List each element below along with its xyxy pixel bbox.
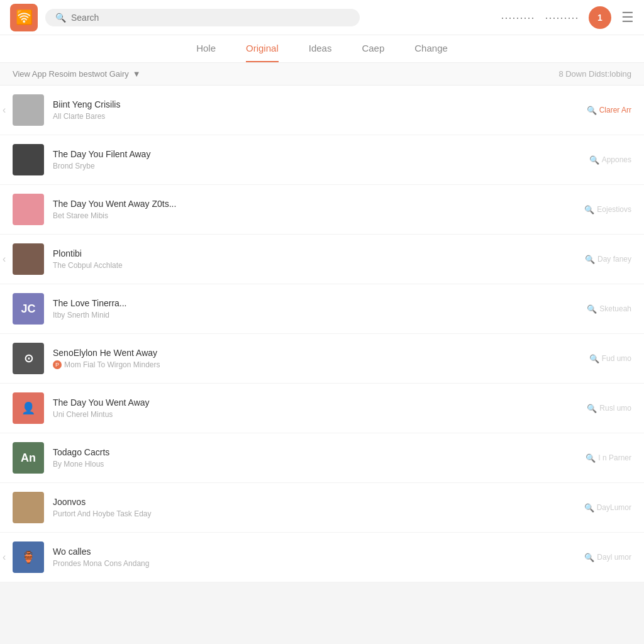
header: 🛜 🔍 ⋯⋯⋯ ⋯⋯⋯ 1 ☰ (0, 0, 644, 35)
search-bar[interactable]: 🔍 (45, 9, 360, 26)
item-subtitle-text: The Cobpul Acchlate (53, 261, 123, 270)
filter-left[interactable]: View App Resoim bestwot Gairy ▼ (13, 69, 141, 79)
item-action-icon: 🔍 (589, 155, 599, 165)
item-info: The Day You Went Away Z0ts...Bet Staree … (53, 199, 584, 220)
item-info: Todago CacrtsBy Mone Hlous (53, 447, 586, 469)
item-action-icon: 🔍 (586, 453, 596, 463)
nav-tab-ideas[interactable]: Ideas (309, 43, 332, 62)
item-subtitle-text: All Clarte Bares (53, 112, 105, 121)
item-thumbnail: ⊙ (13, 343, 44, 374)
item-action-icon: 🔍 (584, 553, 594, 562)
item-subtitle-text: Purtort And Hoybe Task Eday (53, 509, 152, 518)
item-action-text: Eojestiovs (597, 205, 631, 214)
nav-tabs: HoleOriginalIdeasCaepChange (0, 35, 644, 63)
left-nav-icon[interactable]: ‹ (3, 552, 6, 563)
search-icon: 🔍 (55, 13, 66, 23)
item-info: The Day You Filent AwayBrond Srybe (53, 149, 589, 170)
item-action-text: Day faney (597, 255, 631, 264)
list-item[interactable]: JCThe Love Tinerra...Itby Snerth Minid🔍S… (0, 284, 644, 334)
list-item[interactable]: ⊙SenoElylon He Went AwayPMom Fial To Wir… (0, 334, 644, 384)
item-thumbnail: 🏺 (13, 541, 44, 573)
item-title: Wo calles (53, 547, 584, 557)
item-info: The Love Tinerra...Itby Snerth Minid (53, 298, 587, 319)
notification-count: 1 (597, 13, 602, 23)
search-input[interactable] (71, 13, 350, 23)
item-subtitle: Bet Staree Mibis (53, 211, 584, 220)
item-action-icon: 🔍 (585, 255, 595, 264)
item-action[interactable]: 🔍Dayl umor (584, 553, 631, 562)
item-subtitle-text: Mom Fial To Wirgon Minders (64, 360, 160, 369)
nav-tab-hole[interactable]: Hole (196, 43, 216, 62)
item-subtitle-text: Uni Cherel Mintus (53, 410, 113, 419)
nav-tab-caep[interactable]: Caep (362, 43, 384, 62)
item-subtitle: By Mone Hlous (53, 460, 586, 469)
item-action-icon: 🔍 (584, 205, 594, 214)
header-actions: ⋯⋯⋯ ⋯⋯⋯ 1 ☰ (501, 6, 634, 29)
item-subtitle-text: Bet Staree Mibis (53, 211, 108, 220)
list-item[interactable]: AnTodago CacrtsBy Mone Hlous🔍I n Parner (0, 433, 644, 483)
item-thumbnail (13, 243, 44, 275)
list-item[interactable]: ‹Biint Yeng CrisilisAll Clarte Bares🔍Cla… (0, 86, 644, 135)
item-title: Joonvos (53, 497, 584, 507)
item-action[interactable]: 🔍Fud umo (589, 354, 631, 364)
item-action[interactable]: 🔍Clarer Arr (587, 106, 631, 115)
item-thumbnail (13, 492, 44, 523)
item-action[interactable]: 🔍Eojestiovs (584, 205, 631, 214)
list-item[interactable]: ‹PlontibiThe Cobpul Acchlate🔍Day faney (0, 235, 644, 284)
item-info: Wo callesProndes Mona Cons Andang (53, 547, 584, 568)
list-item[interactable]: 👤The Day You Went AwayUni Cherel Mintus🔍… (0, 384, 644, 433)
item-subtitle: PMom Fial To Wirgon Minders (53, 360, 589, 369)
item-title: The Day You Filent Away (53, 149, 589, 159)
item-action-text: I n Parner (598, 453, 631, 462)
item-action-text: Sketueah (599, 304, 631, 313)
item-action-text: Dayl umor (597, 553, 631, 562)
item-action-icon: 🔍 (587, 404, 597, 413)
filter-bar: View App Resoim bestwot Gairy ▼ 8 Down D… (0, 63, 644, 86)
left-nav-icon[interactable]: ‹ (3, 253, 6, 265)
item-action[interactable]: 🔍DayLumor (584, 503, 631, 513)
grid-icon-2[interactable]: ⋯⋯⋯ (545, 11, 579, 25)
list-item[interactable]: ‹🏺Wo callesProndes Mona Cons Andang🔍Dayl… (0, 533, 644, 582)
item-action[interactable]: 🔍I n Parner (586, 453, 631, 463)
wifi-icon: 🛜 (16, 9, 33, 26)
grid-icon-1[interactable]: ⋯⋯⋯ (501, 11, 535, 25)
item-subtitle: Itby Snerth Minid (53, 311, 587, 319)
item-action-icon: 🔍 (587, 106, 597, 115)
item-action[interactable]: 🔍Sketueah (587, 304, 631, 314)
item-thumbnail: An (13, 442, 44, 474)
item-action-text: DayLumor (597, 503, 631, 512)
item-action[interactable]: 🔍Day faney (585, 255, 631, 264)
list-item[interactable]: The Day You Filent AwayBrond Srybe🔍Appon… (0, 135, 644, 185)
list-item[interactable]: The Day You Went Away Z0ts...Bet Staree … (0, 185, 644, 235)
subtitle-badge-icon: P (53, 360, 62, 369)
item-title: Plontibi (53, 248, 585, 258)
filter-chevron-icon: ▼ (133, 69, 141, 79)
item-action-text: Clarer Arr (599, 106, 631, 114)
item-thumbnail (13, 194, 44, 225)
notification-button[interactable]: 1 (589, 6, 611, 29)
profile-icon[interactable]: ☰ (621, 9, 634, 26)
item-thumbnail: 👤 (13, 392, 44, 424)
item-action-icon: 🔍 (584, 503, 594, 513)
nav-tab-original[interactable]: Original (246, 43, 279, 62)
item-info: SenoElylon He Went AwayPMom Fial To Wirg… (53, 348, 589, 369)
item-thumbnail (13, 144, 44, 175)
nav-tab-change[interactable]: Change (414, 43, 448, 62)
list-container: ‹Biint Yeng CrisilisAll Clarte Bares🔍Cla… (0, 86, 644, 582)
list-item[interactable]: JoonvosPurtort And Hoybe Task Eday🔍DayLu… (0, 483, 644, 533)
left-nav-icon[interactable]: ‹ (3, 104, 6, 116)
item-action[interactable]: 🔍Rusl umo (587, 404, 631, 413)
logo: 🛜 (10, 4, 38, 31)
item-subtitle: Uni Cherel Mintus (53, 410, 587, 419)
item-action[interactable]: 🔍Appones (589, 155, 631, 165)
item-thumbnail (13, 94, 44, 126)
item-info: JoonvosPurtort And Hoybe Task Eday (53, 497, 584, 518)
item-title: Biint Yeng Crisilis (53, 99, 587, 109)
item-title: The Day You Went Away Z0ts... (53, 199, 584, 209)
item-action-icon: 🔍 (589, 354, 599, 364)
item-subtitle: Prondes Mona Cons Andang (53, 559, 584, 568)
filter-label: View App Resoim bestwot Gairy (13, 69, 129, 79)
item-action-text: Fud umo (602, 354, 631, 363)
item-subtitle: The Cobpul Acchlate (53, 261, 585, 270)
item-thumbnail: JC (13, 293, 44, 325)
